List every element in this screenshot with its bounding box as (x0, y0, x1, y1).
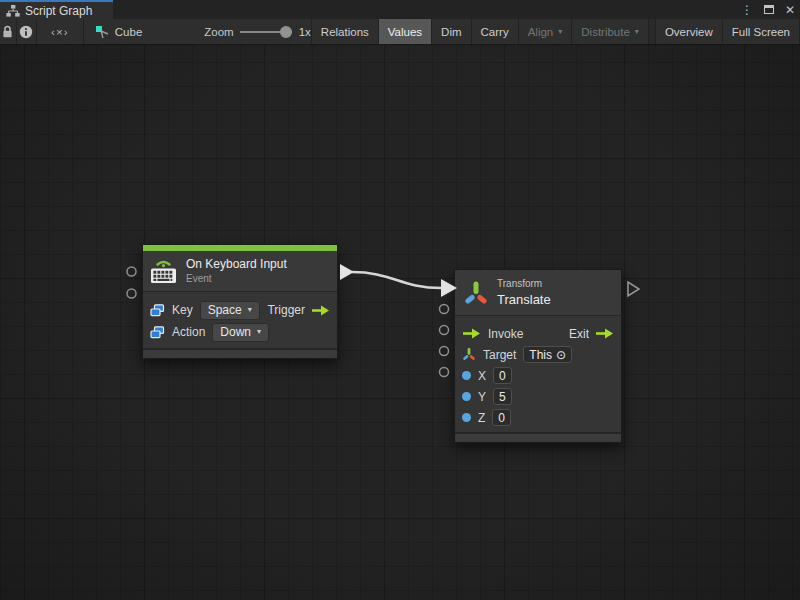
flow-arrow-icon (595, 327, 614, 340)
event-node-title: On Keyboard Input (186, 257, 287, 271)
window-menu-icon[interactable]: ⋮ (741, 4, 753, 16)
target-picker-icon: ⊙ (556, 348, 566, 362)
key-port-label: Key (172, 303, 193, 317)
translate-node-category: Transform (497, 278, 551, 289)
values-button[interactable]: Values (379, 19, 432, 44)
graph-toolbar: ‹×› Cube Zoom 1x Relations Values Dim Ca… (0, 19, 800, 45)
key-port-row: Key Space ▾ Trigger (143, 299, 337, 321)
target-value-box[interactable]: This ⊙ (523, 346, 572, 363)
lock-icon (2, 25, 13, 38)
chevron-down-icon: ▾ (558, 27, 562, 36)
carry-button[interactable]: Carry (472, 19, 519, 44)
key-dropdown[interactable]: Space ▾ (200, 301, 260, 320)
translate-node-footer (455, 432, 621, 442)
z-port-label: Z (478, 411, 485, 425)
dim-button[interactable]: Dim (432, 19, 471, 44)
x-port-label: X (478, 369, 486, 383)
fullscreen-button[interactable]: Full Screen (723, 19, 800, 44)
translate-node-title: Translate (497, 292, 551, 307)
chevron-down-icon: ▾ (257, 327, 261, 336)
action-port-label: Action (172, 325, 205, 339)
invoke-port-row: Invoke Exit (455, 323, 621, 344)
zoom-slider[interactable] (240, 25, 292, 39)
trigger-port-label: Trigger (267, 303, 305, 317)
edit-source-button[interactable]: ‹×› (37, 19, 84, 44)
canvas-vignette (0, 45, 800, 600)
graph-context-zone: Cube Zoom 1x (84, 19, 312, 44)
zoom-value: 1x (299, 26, 311, 38)
enum-icon (150, 304, 165, 317)
x-port-row: X 0 (455, 365, 621, 386)
x-value-input[interactable]: 0 (493, 367, 512, 384)
relations-button[interactable]: Relations (312, 19, 379, 44)
transform-mini-icon (462, 347, 476, 362)
distribute-button[interactable]: Distribute ▾ (572, 19, 649, 44)
transform-icon (464, 278, 488, 307)
graph-owner-button[interactable]: Cube (95, 25, 143, 39)
graph-pointer-icon (95, 25, 110, 39)
event-node[interactable]: On Keyboard Input Event Key Space ▾ T (142, 244, 338, 359)
exit-port-label: Exit (569, 327, 589, 341)
translate-node-header[interactable]: Transform Translate (455, 270, 621, 315)
enum-icon (150, 326, 165, 339)
event-node-footer (143, 348, 337, 358)
info-icon (19, 25, 33, 39)
zoom-label: Zoom (204, 26, 233, 38)
toolbar-gap (649, 19, 656, 44)
action-port-row: Action Down ▾ (143, 321, 337, 343)
translate-node-body: Invoke Exit (455, 315, 621, 432)
target-port-label: Target (483, 348, 516, 362)
z-value-input[interactable]: 0 (492, 409, 511, 426)
y-port-row: Y 5 (455, 386, 621, 407)
event-node-header[interactable]: On Keyboard Input Event (143, 251, 337, 291)
toolbar-buttons: Relations Values Dim Carry Align ▾ Distr… (312, 19, 800, 44)
zoom-slider-handle[interactable] (280, 26, 292, 38)
value-port-dot-icon (462, 413, 471, 422)
window-close-icon[interactable]: ✕ (785, 4, 795, 16)
lock-button[interactable] (0, 19, 17, 44)
value-port-dot-icon (462, 371, 471, 380)
info-button[interactable] (17, 19, 37, 44)
event-node-body: Key Space ▾ Trigger (143, 291, 337, 348)
tab-title: Script Graph (25, 4, 92, 18)
chevron-down-icon: ▾ (248, 305, 252, 314)
window-title-bar: Script Graph ⋮ ✕ (0, 0, 800, 19)
flow-arrow-icon (462, 327, 481, 340)
action-dropdown[interactable]: Down ▾ (212, 323, 269, 342)
code-icon: ‹×› (51, 26, 68, 38)
invoke-port-label: Invoke (488, 327, 523, 341)
keyboard-icon (150, 257, 177, 284)
flow-arrow-icon (311, 304, 330, 317)
align-button[interactable]: Align ▾ (519, 19, 573, 44)
graph-canvas[interactable]: On Keyboard Input Event Key Space ▾ T (0, 45, 800, 600)
z-port-row: Z 0 (455, 407, 621, 428)
translate-node[interactable]: Transform Translate Invoke Exit (454, 269, 622, 443)
window-maximize-icon[interactable] (764, 5, 774, 14)
tab-script-graph[interactable]: Script Graph (0, 0, 113, 19)
overview-button[interactable]: Overview (656, 19, 723, 44)
chevron-down-icon: ▾ (635, 27, 639, 36)
value-port-dot-icon (462, 392, 471, 401)
y-value-input[interactable]: 5 (493, 388, 512, 405)
graph-owner-label: Cube (115, 26, 143, 38)
y-port-label: Y (478, 390, 486, 404)
target-port-row: Target This ⊙ (455, 344, 621, 365)
event-node-subtitle: Event (186, 273, 287, 284)
graph-hierarchy-icon (6, 5, 20, 17)
